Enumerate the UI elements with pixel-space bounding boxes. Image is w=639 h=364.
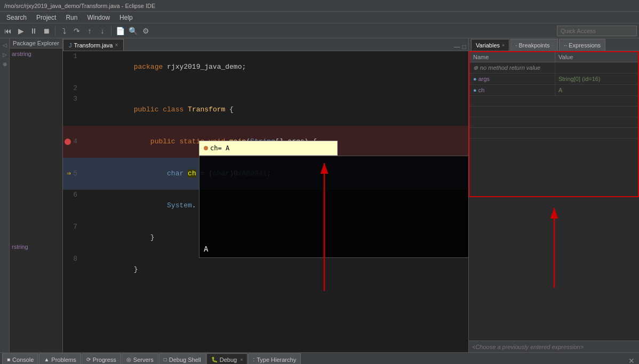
right-panel-tabs: Variables × · Breakpoints · ·· Expressio… bbox=[469, 38, 639, 51]
dark-overlay-value: A bbox=[204, 245, 208, 253]
type-hierarchy-icon: : bbox=[253, 357, 254, 362]
vars-args-value: String[0] (id=16) bbox=[558, 76, 601, 82]
expressions-input[interactable] bbox=[469, 341, 639, 352]
tab-actions: — □ bbox=[452, 43, 468, 51]
tab-breakpoints-close[interactable]: · bbox=[552, 43, 554, 48]
package-label-1: arstring bbox=[12, 51, 60, 57]
right-panel: Variables × · Breakpoints · ·· Expressio… bbox=[468, 38, 639, 352]
red-arrow-right bbox=[522, 203, 586, 298]
tab-problems[interactable]: ▲ Problems bbox=[39, 353, 81, 364]
toolbar-btn-7[interactable]: ↑ bbox=[84, 25, 95, 37]
tooltip-icon bbox=[204, 146, 208, 150]
titlebar: /mo/src/rjxy2019_java_demo/Transform.jav… bbox=[0, 0, 639, 12]
tab-variables-label: Variables bbox=[476, 42, 500, 48]
package-content: arstring rstring bbox=[10, 48, 62, 352]
toolbar-sep-2 bbox=[111, 26, 111, 36]
bottom-tabs: ■ Console ▲ Problems ⟳ Progress ◎ Server… bbox=[0, 353, 639, 364]
toolbar-btn-11[interactable]: ⚙ bbox=[140, 25, 151, 37]
editor-tabs: J Transform.java × — □ bbox=[63, 38, 468, 51]
left-sidebar: ◁ ▷ ⊕ bbox=[0, 38, 10, 352]
tab-servers[interactable]: ◎ Servers bbox=[122, 353, 158, 364]
editor-area: J Transform.java × — □ 1 package rjxy201… bbox=[63, 38, 468, 352]
vars-no-method-label: no method return value bbox=[480, 64, 540, 71]
quickaccess-input[interactable] bbox=[557, 26, 637, 36]
vars-cell-args-name: ● args bbox=[470, 74, 555, 84]
sidebar-icon-3[interactable]: ⊕ bbox=[1, 60, 9, 68]
toolbar-btn-1[interactable]: ⏮ bbox=[2, 25, 14, 37]
tab-variables-close[interactable]: × bbox=[502, 43, 505, 48]
code-line-8: 8 } bbox=[63, 254, 468, 286]
vars-col-name: Name bbox=[470, 52, 555, 62]
tab-debug-shell[interactable]: □ Debug Shell bbox=[159, 353, 206, 364]
tab-servers-label: Servers bbox=[133, 357, 154, 363]
toolbar-btn-6[interactable]: ↷ bbox=[71, 25, 83, 37]
debug-close[interactable]: × bbox=[240, 357, 243, 362]
toolbar-btn-10[interactable]: 🔍 bbox=[127, 25, 139, 37]
toolbar-btn-9[interactable]: 📄 bbox=[114, 25, 126, 37]
toolbar-btn-2[interactable]: ▶ bbox=[15, 25, 27, 37]
toolbar-sep-1 bbox=[55, 26, 55, 36]
vars-col-value: Value bbox=[555, 52, 638, 62]
tab-debug-shell-label: Debug Shell bbox=[169, 357, 201, 363]
titlebar-text: /mo/src/rjxy2019_java_demo/Transform.jav… bbox=[4, 3, 155, 9]
vars-cell-args-value: String[0] (id=16) bbox=[555, 74, 638, 84]
vars-row-empty-2 bbox=[470, 107, 638, 117]
toolbar-btn-4[interactable]: ⏹ bbox=[41, 25, 52, 37]
menu-project[interactable]: Project bbox=[32, 13, 60, 22]
tab-console[interactable]: ■ Console bbox=[2, 353, 38, 364]
variables-table: Name Value ⊕ no method return value ● ar… bbox=[469, 51, 639, 197]
vars-cell-ch-value: A bbox=[555, 85, 638, 95]
menu-help[interactable]: Help bbox=[115, 13, 137, 22]
tab-breakpoints-label: · Breakpoints bbox=[515, 42, 549, 48]
tab-type-hierarchy-label: Type Hierarchy bbox=[257, 357, 296, 363]
bottom-panel: ■ Console ▲ Problems ⟳ Progress ◎ Server… bbox=[0, 352, 639, 364]
tab-progress[interactable]: ⟳ Progress bbox=[82, 353, 121, 364]
editor-tab-transform[interactable]: J Transform.java × bbox=[63, 39, 124, 51]
vars-row-args[interactable]: ● args String[0] (id=16) bbox=[470, 74, 638, 85]
dark-overlay: A bbox=[199, 156, 468, 258]
menu-window[interactable]: Window bbox=[83, 13, 114, 22]
code-line-3: 3 public class Transform { bbox=[63, 94, 468, 126]
vars-row-empty-1 bbox=[470, 96, 638, 107]
tooltip-text: ch= A bbox=[210, 144, 229, 152]
problems-icon: ▲ bbox=[44, 357, 49, 362]
tab-maximize[interactable]: □ bbox=[462, 43, 466, 51]
main-layout: ◁ ▷ ⊕ Package Explorer arstring rstring … bbox=[0, 38, 639, 352]
toolbar-btn-8[interactable]: ↓ bbox=[97, 25, 108, 37]
package-label-2: rstring bbox=[12, 244, 60, 250]
tab-breakpoints[interactable]: · Breakpoints · bbox=[510, 39, 558, 51]
vars-cell-no-method-value bbox=[555, 62, 638, 73]
vars-ch-label: ch bbox=[478, 87, 485, 93]
debug-icon: 🐛 bbox=[211, 357, 218, 362]
tab-debug-label: Debug bbox=[220, 357, 237, 363]
tab-console-label: Console bbox=[12, 357, 34, 363]
vars-ch-value: A bbox=[558, 87, 562, 93]
package-panel: Package Explorer arstring rstring bbox=[10, 38, 63, 352]
editor-content[interactable]: 1 package rjxy2019_java_demo; 2 3 public… bbox=[63, 51, 468, 352]
toolbar-btn-3[interactable]: ⏸ bbox=[28, 25, 39, 37]
vars-cell-no-method-name: ⊕ no method return value bbox=[470, 62, 555, 73]
toolbar-btn-5[interactable]: ⤵ bbox=[58, 25, 70, 37]
tab-debug[interactable]: 🐛 Debug × bbox=[206, 353, 248, 364]
sidebar-icon-1[interactable]: ◁ bbox=[1, 41, 9, 49]
vars-row-ch[interactable]: ● ch A bbox=[470, 85, 638, 96]
menu-search[interactable]: Search bbox=[2, 13, 31, 22]
right-panel-bottom bbox=[469, 197, 639, 341]
expressions-field[interactable] bbox=[472, 344, 636, 350]
debug-shell-icon: □ bbox=[164, 357, 167, 362]
bottom-close[interactable]: ✕ bbox=[626, 357, 637, 364]
tab-problems-label: Problems bbox=[51, 357, 76, 363]
toolbar: ⏮ ▶ ⏸ ⏹ ⤵ ↷ ↑ ↓ 📄 🔍 ⚙ bbox=[0, 23, 639, 38]
menu-run[interactable]: Run bbox=[61, 13, 82, 22]
vars-row-empty-4 bbox=[470, 128, 638, 139]
vars-row-empty-3 bbox=[470, 117, 638, 128]
vars-cell-ch-name: ● ch bbox=[470, 85, 555, 95]
code-line-2: 2 bbox=[63, 83, 468, 94]
tab-variables[interactable]: Variables × bbox=[471, 39, 509, 51]
tab-minimize[interactable]: — bbox=[454, 43, 460, 51]
hover-tooltip: ch= A bbox=[199, 141, 338, 156]
tab-close[interactable]: × bbox=[115, 42, 118, 48]
tab-type-hierarchy[interactable]: : Type Hierarchy bbox=[248, 353, 301, 364]
tab-expressions[interactable]: ·· Expressions bbox=[559, 39, 605, 51]
sidebar-icon-2[interactable]: ▷ bbox=[1, 50, 9, 59]
